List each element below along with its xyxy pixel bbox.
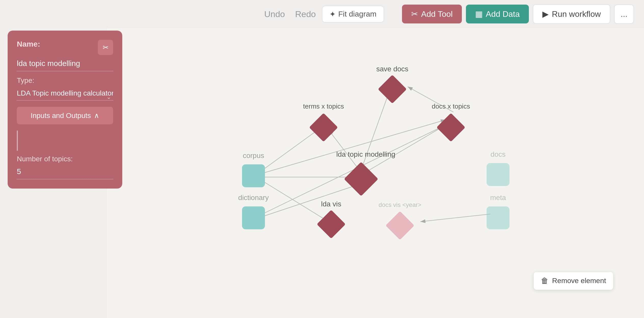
node-lda-topic-modelling[interactable]: lda topic modelling — [349, 167, 373, 191]
remove-element-label[interactable]: Remove element — [552, 277, 606, 285]
panel-header: Name: ✂ — [17, 40, 113, 55]
fit-diagram-button[interactable]: ✦ Fit diagram — [322, 6, 384, 22]
toolbar-center: Undo Redo ✦ Fit diagram — [260, 6, 384, 22]
lda-vis-label: lda vis — [321, 200, 341, 208]
svg-line-11 — [420, 214, 490, 222]
panel-divider — [17, 130, 18, 151]
trash-icon: 🗑 — [541, 276, 548, 285]
node-terms-x-topics[interactable]: terms x topics — [313, 117, 334, 138]
meta-shape — [487, 206, 509, 229]
node-docs-x-topics[interactable]: docs x topics — [441, 117, 461, 138]
corpus-shape — [242, 164, 265, 187]
svg-line-8 — [368, 125, 446, 171]
terms-x-topics-label: terms x topics — [303, 102, 344, 110]
node-corpus[interactable]: corpus — [242, 164, 265, 187]
more-button[interactable]: ... — [614, 5, 634, 24]
lda-topic-modelling-shape — [344, 162, 378, 196]
scissors-button[interactable]: ✂ — [98, 40, 113, 55]
redo-button[interactable]: Redo — [291, 7, 320, 21]
canvas-area: save docs terms x topics docs x topics l… — [107, 28, 644, 318]
node-dictionary[interactable]: dictionary — [242, 206, 265, 229]
meta-label: meta — [490, 194, 506, 202]
run-workflow-button[interactable]: ▶ Run workflow — [533, 4, 610, 24]
fit-icon: ✦ — [329, 10, 336, 19]
save-docs-label: save docs — [376, 65, 408, 73]
type-select-wrapper: LDA Topic modelling calculator ⌄ — [17, 87, 113, 107]
toolbar: Undo Redo ✦ Fit diagram ✂ Add Tool ▦ Add… — [0, 0, 644, 28]
terms-x-topics-shape — [309, 113, 338, 142]
inputs-outputs-label: Inputs and Outputs — [31, 112, 91, 120]
diagram: save docs terms x topics docs x topics l… — [107, 28, 644, 318]
node-docs-vis-year[interactable]: docs vis <year> — [390, 215, 410, 236]
docs-shape — [487, 163, 509, 186]
svg-line-5 — [262, 183, 362, 217]
type-label: Type: — [17, 76, 113, 85]
chevron-up-icon: ∧ — [94, 111, 99, 120]
node-lda-vis[interactable]: lda vis — [321, 214, 341, 234]
docs-x-topics-label: docs x topics — [432, 102, 470, 110]
add-data-icon: ▦ — [475, 9, 483, 19]
add-tool-label: Add Tool — [421, 9, 453, 19]
scissors-icon: ✂ — [103, 43, 109, 52]
dictionary-label: dictionary — [238, 194, 269, 202]
docs-label: docs — [490, 150, 505, 158]
inputs-outputs-button[interactable]: Inputs and Outputs ∧ — [17, 107, 113, 124]
dictionary-shape — [242, 206, 265, 229]
node-docs[interactable]: docs — [487, 163, 509, 186]
add-tool-icon: ✂ — [411, 9, 418, 19]
context-menu: 🗑 Remove element — [533, 272, 613, 290]
num-topics-input[interactable] — [17, 165, 113, 179]
corpus-label: corpus — [243, 152, 264, 160]
undo-button[interactable]: Undo — [260, 7, 289, 21]
run-icon: ▶ — [542, 9, 549, 19]
add-tool-button[interactable]: ✂ Add Tool — [402, 5, 462, 23]
name-label: Name: — [17, 40, 40, 48]
node-meta[interactable]: meta — [487, 206, 509, 229]
docs-x-topics-shape — [436, 113, 465, 142]
docs-vis-year-shape — [385, 211, 414, 240]
svg-line-3 — [262, 181, 329, 222]
add-data-button[interactable]: ▦ Add Data — [466, 5, 529, 23]
svg-line-4 — [262, 120, 446, 173]
name-input[interactable] — [17, 57, 113, 71]
type-select[interactable]: LDA Topic modelling calculator — [17, 87, 113, 101]
lda-topic-modelling-label: lda topic modelling — [336, 150, 395, 158]
save-docs-shape — [378, 75, 407, 103]
side-panel: Name: ✂ Type: LDA Topic modelling calcul… — [8, 31, 122, 189]
num-topics-label: Number of topics: — [17, 155, 113, 163]
fit-label: Fit diagram — [338, 10, 377, 18]
docs-vis-year-label: docs vis <year> — [379, 201, 421, 208]
node-save-docs[interactable]: save docs — [382, 79, 403, 99]
add-data-label: Add Data — [486, 9, 520, 19]
run-label: Run workflow — [552, 9, 601, 19]
lda-vis-shape — [317, 210, 345, 238]
